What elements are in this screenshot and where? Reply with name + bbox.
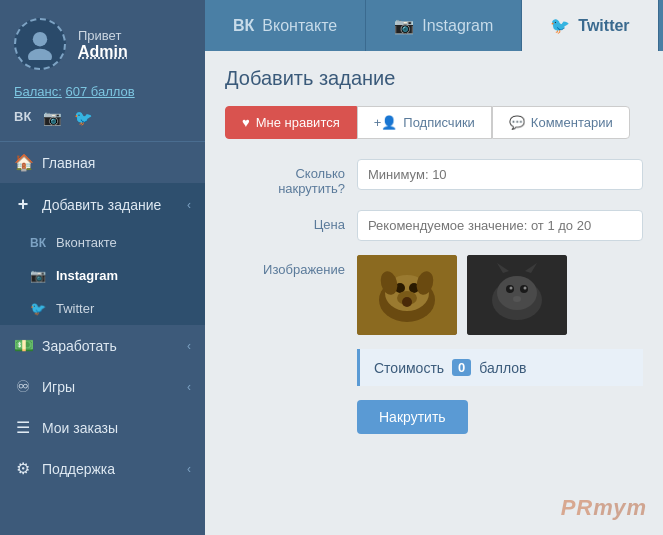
chevron-earn-icon: ‹ — [187, 339, 191, 353]
sidebar-item-orders[interactable]: ☰ Мои заказы — [0, 407, 205, 448]
svg-point-17 — [524, 287, 527, 290]
sidebar-item-home-label: Главная — [42, 155, 95, 171]
tab-vk[interactable]: ВК Вконтакте — [205, 0, 366, 51]
cost-label: Стоимость — [374, 360, 444, 376]
sidebar-subitem-instagram-label: Instagram — [56, 268, 118, 283]
submit-button[interactable]: Накрутить — [357, 400, 468, 434]
main-content: ВК Вконтакте 📷 Instagram 🐦 Twitter Добав… — [205, 0, 663, 535]
vk-icon: ВК — [30, 236, 46, 250]
sidebar-sub-items: ВК Вконтакте 📷 Instagram 🐦 Twitter — [0, 226, 205, 325]
sidebar-item-games-label: Игры — [42, 379, 75, 395]
price-label: Цена — [225, 210, 345, 232]
action-tab-comments-label: Комментарии — [531, 115, 613, 130]
games-icon: ♾ — [14, 377, 32, 396]
sidebar-item-support-label: Поддержка — [42, 461, 115, 477]
image-thumb-cat[interactable] — [467, 255, 567, 335]
svg-point-20 — [513, 296, 521, 302]
sidebar-subitem-instagram[interactable]: 📷 Instagram — [0, 259, 205, 292]
balance-label: Баланс: — [14, 84, 62, 99]
orders-icon: ☰ — [14, 418, 32, 437]
action-tab-followers[interactable]: +👤 Подписчики — [357, 106, 492, 139]
svg-point-0 — [33, 32, 47, 46]
tab-twitter-label: Twitter — [578, 17, 629, 35]
twitter-icon: 🐦 — [30, 301, 46, 316]
sidebar-nav: 🏠 Главная + Добавить задание ‹ ВК Вконта… — [0, 142, 205, 535]
add-icon: + — [14, 194, 32, 215]
svg-point-8 — [402, 297, 412, 307]
action-tab-followers-label: Подписчики — [403, 115, 475, 130]
action-tab-comments[interactable]: 💬 Комментарии — [492, 106, 630, 139]
avatar — [14, 18, 66, 70]
sidebar-item-home[interactable]: 🏠 Главная — [0, 142, 205, 183]
sidebar-item-orders-label: Мои заказы — [42, 420, 118, 436]
sidebar-item-add-task[interactable]: + Добавить задание ‹ — [0, 183, 205, 226]
action-tab-likes[interactable]: ♥ Мне нравится — [225, 106, 357, 139]
user-info: Привет Admin — [78, 28, 128, 61]
images-container — [357, 255, 567, 335]
tab-vk-label: Вконтакте — [262, 17, 337, 35]
cost-suffix: баллов — [479, 360, 526, 376]
price-row: Цена — [225, 210, 643, 241]
sidebar: Привет Admin Баланс: 607 баллов ВК 📷 🐦 🏠… — [0, 0, 205, 535]
instagram-icon: 📷 — [30, 268, 46, 283]
tab-instagram[interactable]: 📷 Instagram — [366, 0, 522, 51]
image-thumb-dog[interactable] — [357, 255, 457, 335]
sidebar-profile: Привет Admin — [0, 0, 205, 82]
price-input[interactable] — [357, 210, 643, 241]
tab-twitter[interactable]: 🐦 Twitter — [522, 0, 658, 51]
cost-row: Стоимость 0 баллов — [357, 349, 643, 386]
action-tab-likes-label: Мне нравится — [256, 115, 340, 130]
page-title: Добавить задание — [225, 67, 643, 90]
svg-point-16 — [510, 287, 513, 290]
earn-icon: 💵 — [14, 336, 32, 355]
sidebar-item-support[interactable]: ⚙ Поддержка ‹ — [0, 448, 205, 489]
chevron-support-icon: ‹ — [187, 462, 191, 476]
chevron-icon: ‹ — [187, 198, 191, 212]
comments-icon: 💬 — [509, 115, 525, 130]
content-area: Добавить задание ♥ Мне нравится +👤 Подпи… — [205, 51, 663, 450]
sidebar-subitem-vk[interactable]: ВК Вконтакте — [0, 226, 205, 259]
vk-tab-icon: ВК — [233, 17, 254, 35]
social-vk-link[interactable]: ВК — [14, 109, 31, 127]
sidebar-item-earn[interactable]: 💵 Заработать ‹ — [0, 325, 205, 366]
sidebar-social-icons: ВК 📷 🐦 — [0, 109, 205, 141]
svg-point-1 — [28, 49, 52, 60]
action-tabs: ♥ Мне нравится +👤 Подписчики 💬 Комментар… — [225, 106, 643, 139]
balance-row: Баланс: 607 баллов — [0, 82, 205, 109]
sidebar-subitem-twitter-label: Twitter — [56, 301, 94, 316]
balance-value[interactable]: 607 баллов — [66, 84, 135, 99]
heart-icon: ♥ — [242, 115, 250, 130]
tab-instagram-label: Instagram — [422, 17, 493, 35]
svg-point-13 — [497, 276, 537, 310]
twitter-tab-icon: 🐦 — [550, 16, 570, 35]
social-instagram-link[interactable]: 📷 — [43, 109, 62, 127]
cost-value: 0 — [452, 359, 471, 376]
greeting-text: Привет — [78, 28, 128, 43]
username-text: Admin — [78, 43, 128, 61]
image-row: Изображение — [225, 255, 643, 335]
image-label: Изображение — [225, 255, 345, 277]
sidebar-item-earn-label: Заработать — [42, 338, 117, 354]
sidebar-subitem-vk-label: Вконтакте — [56, 235, 117, 250]
quantity-label: Сколько накрутить? — [225, 159, 345, 196]
quantity-input[interactable] — [357, 159, 643, 190]
chevron-games-icon: ‹ — [187, 380, 191, 394]
home-icon: 🏠 — [14, 153, 32, 172]
submit-button-label: Накрутить — [379, 409, 446, 425]
quantity-row: Сколько накрутить? — [225, 159, 643, 196]
sidebar-item-games[interactable]: ♾ Игры ‹ — [0, 366, 205, 407]
sidebar-subitem-twitter[interactable]: 🐦 Twitter — [0, 292, 205, 325]
instagram-tab-icon: 📷 — [394, 16, 414, 35]
top-tabs: ВК Вконтакте 📷 Instagram 🐦 Twitter — [205, 0, 663, 51]
sidebar-item-add-task-label: Добавить задание — [42, 197, 161, 213]
support-icon: ⚙ — [14, 459, 32, 478]
social-twitter-link[interactable]: 🐦 — [74, 109, 93, 127]
followers-icon: +👤 — [374, 115, 398, 130]
